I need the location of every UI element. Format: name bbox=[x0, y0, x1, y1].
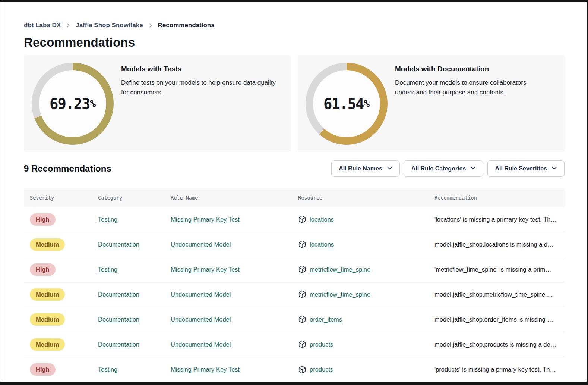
category-link[interactable]: Documentation bbox=[98, 241, 139, 248]
table-row: High Testing Missing Primary Key Test me… bbox=[24, 257, 565, 282]
category-link[interactable]: Documentation bbox=[98, 291, 139, 298]
list-toolbar: 9 Recommendations All Rule Names All Rul… bbox=[24, 160, 565, 177]
metric-cards: 69.23 % Models with Tests Define tests o… bbox=[24, 55, 565, 152]
rule-categories-filter-dropdown[interactable]: All Rule Categories bbox=[404, 160, 484, 177]
recommendation-text: 'metricflow_time_spine' is missing a pri… bbox=[434, 266, 551, 273]
recommendation-text: model.jaffle_shop.order_items is missing… bbox=[434, 316, 553, 323]
filters: All Rule Names All Rule Categories All R… bbox=[331, 160, 565, 177]
model-cube-icon bbox=[298, 340, 306, 348]
model-cube-icon bbox=[298, 315, 306, 323]
filter-label: All Rule Categories bbox=[411, 165, 466, 172]
recommendations-count: 9 Recommendations bbox=[24, 163, 111, 174]
resource-link[interactable]: locations bbox=[310, 216, 334, 223]
table-row: Medium Documentation Undocumented Model … bbox=[24, 282, 565, 307]
filter-label: All Rule Names bbox=[339, 165, 382, 172]
column-header-resource: Resource bbox=[292, 195, 429, 201]
category-link[interactable]: Testing bbox=[98, 366, 117, 373]
table-row: High Testing Missing Primary Key Test pr… bbox=[24, 357, 565, 382]
models-with-documentation-card: 61.54 % Models with Documentation Docume… bbox=[298, 55, 565, 152]
tests-donut-chart: 69.23 % bbox=[32, 63, 114, 145]
resource-link[interactable]: metricflow_time_spine bbox=[310, 291, 370, 298]
recommendations-page: dbt Labs DX Jaffle Shop Snowflake Recomm… bbox=[0, 2, 587, 382]
documentation-donut-chart: 61.54 % bbox=[306, 63, 388, 145]
percent-value: 69.23 bbox=[50, 96, 89, 112]
chevron-down-icon bbox=[551, 165, 557, 172]
page-title: Recommendations bbox=[24, 35, 565, 50]
model-cube-icon bbox=[298, 240, 306, 248]
rule-name-link[interactable]: Missing Primary Key Test bbox=[171, 216, 240, 223]
rule-severities-filter-dropdown[interactable]: All Rule Severities bbox=[487, 160, 565, 177]
breadcrumb: dbt Labs DX Jaffle Shop Snowflake Recomm… bbox=[24, 22, 565, 29]
table-row: Medium Documentation Undocumented Model … bbox=[24, 307, 565, 332]
category-link[interactable]: Documentation bbox=[98, 341, 139, 348]
recommendations-table: Severity Category Rule Name Resource Rec… bbox=[24, 188, 565, 382]
table-header-row: Severity Category Rule Name Resource Rec… bbox=[24, 188, 565, 207]
table-row: High Testing Missing Primary Key Test lo… bbox=[24, 207, 565, 232]
percent-sign: % bbox=[364, 98, 370, 109]
column-header-rule-name: Rule Name bbox=[165, 195, 292, 201]
severity-badge: Medium bbox=[30, 313, 65, 326]
chevron-right-icon bbox=[66, 23, 70, 28]
model-cube-icon bbox=[298, 366, 306, 374]
severity-badge: High bbox=[30, 263, 56, 276]
breadcrumb-environment[interactable]: Jaffle Shop Snowflake bbox=[76, 22, 143, 29]
resource-link[interactable]: products bbox=[310, 366, 333, 373]
card-title: Models with Tests bbox=[121, 65, 281, 73]
model-cube-icon bbox=[298, 265, 306, 273]
tests-percent-label: 69.23 % bbox=[32, 63, 114, 145]
breadcrumb-project[interactable]: dbt Labs DX bbox=[24, 22, 61, 29]
category-link[interactable]: Testing bbox=[98, 266, 117, 273]
chevron-right-icon bbox=[148, 23, 153, 28]
card-title: Models with Documentation bbox=[395, 65, 555, 73]
card-description: Define tests on your models to help ensu… bbox=[121, 78, 281, 98]
resource-link[interactable]: locations bbox=[310, 241, 334, 248]
recommendation-text: 'products' is missing a primary key test… bbox=[434, 366, 556, 373]
rule-name-link[interactable]: Missing Primary Key Test bbox=[171, 366, 240, 373]
rule-name-link[interactable]: Undocumented Model bbox=[171, 241, 231, 248]
rule-name-link[interactable]: Undocumented Model bbox=[171, 291, 231, 298]
percent-sign: % bbox=[90, 98, 96, 109]
breadcrumb-current: Recommendations bbox=[158, 22, 215, 29]
severity-badge: Medium bbox=[30, 338, 65, 351]
column-header-category: Category bbox=[92, 195, 165, 201]
chevron-down-icon bbox=[470, 165, 476, 172]
severity-badge: High bbox=[30, 363, 56, 376]
table-body: High Testing Missing Primary Key Test lo… bbox=[24, 207, 565, 382]
recommendation-text: model.jaffle_shop.metricflow_time_spine … bbox=[434, 291, 553, 298]
card-description: Document your models to ensure collabora… bbox=[395, 78, 555, 98]
rule-name-link[interactable]: Undocumented Model bbox=[171, 316, 231, 323]
percent-value: 61.54 bbox=[323, 96, 363, 112]
severity-badge: High bbox=[30, 213, 56, 226]
app-window: dbt Labs DX Jaffle Shop Snowflake Recomm… bbox=[0, 0, 588, 385]
category-link[interactable]: Documentation bbox=[98, 316, 139, 323]
recommendation-text: 'locations' is missing a primary key tes… bbox=[434, 216, 557, 223]
filter-label: All Rule Severities bbox=[495, 165, 547, 172]
table-row: Medium Documentation Undocumented Model … bbox=[24, 332, 565, 357]
severity-badge: Medium bbox=[30, 288, 65, 301]
recommendation-text: model.jaffle_shop.products is missing a … bbox=[434, 341, 556, 348]
column-header-severity: Severity bbox=[24, 195, 92, 201]
rule-name-link[interactable]: Undocumented Model bbox=[171, 341, 231, 348]
models-with-tests-card: 69.23 % Models with Tests Define tests o… bbox=[24, 55, 291, 152]
resource-link[interactable]: order_items bbox=[310, 316, 342, 323]
chevron-down-icon bbox=[387, 165, 392, 172]
column-header-recommendation: Recommendation bbox=[429, 195, 565, 201]
documentation-percent-label: 61.54 % bbox=[306, 63, 388, 145]
table-row: Medium Documentation Undocumented Model … bbox=[24, 232, 565, 257]
severity-badge: Medium bbox=[30, 238, 65, 251]
model-cube-icon bbox=[298, 215, 306, 223]
model-cube-icon bbox=[298, 290, 306, 298]
category-link[interactable]: Testing bbox=[98, 216, 117, 223]
rule-name-link[interactable]: Missing Primary Key Test bbox=[171, 266, 240, 273]
rule-names-filter-dropdown[interactable]: All Rule Names bbox=[331, 160, 399, 177]
resource-link[interactable]: products bbox=[310, 341, 333, 348]
resource-link[interactable]: metricflow_time_spine bbox=[310, 266, 370, 273]
recommendation-text: model.jaffle_shop.locations is missing a… bbox=[434, 241, 554, 248]
